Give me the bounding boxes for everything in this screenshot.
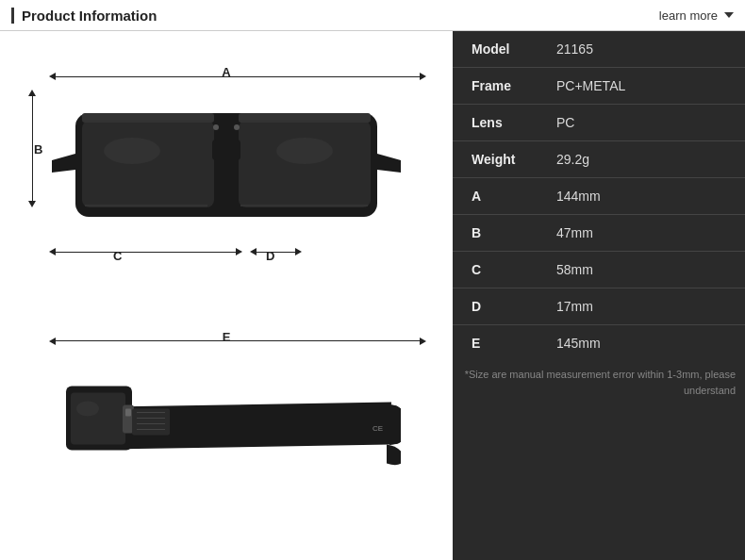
learn-more-button[interactable]: learn more: [659, 8, 734, 23]
svg-point-4: [104, 138, 160, 164]
spec-label: A: [453, 178, 538, 215]
spec-row: D17mm: [453, 288, 745, 325]
spec-label: E: [453, 325, 538, 362]
side-view-section: E CE: [19, 334, 434, 522]
svg-point-9: [234, 124, 240, 130]
svg-rect-1: [82, 121, 214, 207]
sunglasses-front-image: [52, 92, 401, 253]
specs-table: Model21165FramePC+METALLensPCWeight29.2g…: [453, 31, 745, 361]
label-b: B: [34, 142, 42, 156]
sunglasses-side-image: CE: [52, 343, 401, 503]
spec-row: Weight29.2g: [453, 141, 745, 178]
page-title: Product Information: [11, 8, 157, 24]
main-content: A B: [0, 31, 745, 560]
svg-point-5: [276, 138, 333, 164]
spec-label: C: [453, 252, 538, 288]
label-e: E: [223, 330, 231, 344]
spec-value: 145mm: [538, 325, 745, 362]
specs-panel: Model21165FramePC+METALLensPCWeight29.2g…: [453, 31, 745, 560]
spec-label: Weight: [453, 141, 538, 178]
svg-point-14: [76, 401, 99, 416]
spec-row: E145mm: [453, 325, 745, 362]
spec-value: 144mm: [538, 178, 745, 215]
spec-row: C58mm: [453, 252, 745, 288]
svg-rect-6: [82, 113, 214, 123]
spec-value: 21165: [538, 31, 745, 68]
svg-point-8: [213, 124, 219, 130]
spec-label: Lens: [453, 105, 538, 141]
svg-rect-3: [212, 140, 240, 160]
spec-value: 29.2g: [538, 141, 745, 178]
svg-text:CE: CE: [372, 423, 383, 432]
spec-value: PC: [538, 105, 745, 141]
left-panel: A B: [0, 31, 453, 560]
label-d: D: [266, 249, 274, 263]
svg-rect-7: [239, 113, 371, 123]
measurement-d-arrow: [250, 248, 302, 255]
dropdown-arrow-icon: [724, 12, 734, 18]
spec-label: D: [453, 288, 538, 325]
front-view-section: A B: [19, 69, 434, 276]
spec-value: 58mm: [538, 252, 745, 288]
measurement-e-arrow: [49, 338, 426, 345]
spec-label: Model: [453, 31, 538, 68]
spec-row: Model21165: [453, 31, 745, 68]
spec-row: B47mm: [453, 215, 745, 252]
measurement-c-arrow: [49, 248, 242, 255]
spec-value: 47mm: [538, 215, 745, 252]
measurement-a-arrow: [49, 73, 426, 80]
spec-label: B: [453, 215, 538, 252]
label-c: C: [113, 249, 122, 263]
measurement-note: *Size are manual measurement error withi…: [453, 361, 745, 404]
header: Product Information learn more: [0, 0, 745, 31]
svg-rect-13: [71, 392, 125, 444]
spec-value: PC+METAL: [538, 68, 745, 105]
svg-rect-16: [125, 408, 131, 416]
spec-row: LensPC: [453, 105, 745, 141]
label-a: A: [222, 65, 230, 79]
spec-value: 17mm: [538, 288, 745, 325]
spec-row: A144mm: [453, 178, 745, 215]
spec-label: Frame: [453, 68, 538, 105]
spec-row: FramePC+METAL: [453, 68, 745, 105]
